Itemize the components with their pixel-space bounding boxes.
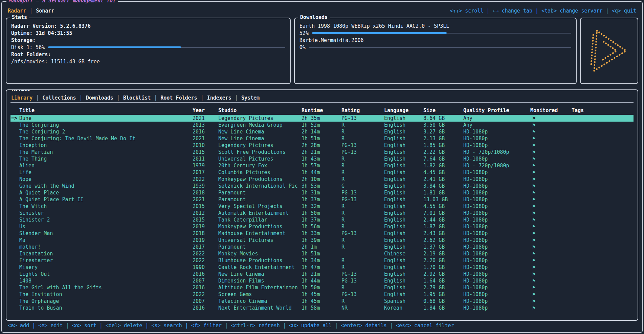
downloads-panel-title: Downloads bbox=[298, 14, 330, 20]
movie-runtime: 1h 52m bbox=[302, 122, 341, 128]
movie-rating: PG-13 bbox=[341, 278, 384, 284]
movie-row[interactable]: The Witch 2015 Very Special Projects 1h … bbox=[10, 203, 634, 210]
servarr-row: Radarr│Sonarr <↑↓> scroll | ←→ change ta… bbox=[6, 6, 638, 15]
movie-row[interactable]: 1408 2007 Dimension Films 1h 44m PG-13 E… bbox=[10, 277, 634, 284]
movie-rating: PG-13 bbox=[341, 142, 384, 148]
tab-separator: │ bbox=[80, 95, 83, 101]
movie-studio: Madhouse Entertainment bbox=[218, 230, 302, 236]
movie-studio: Legendary Pictures bbox=[218, 142, 302, 148]
movie-row[interactable]: The Thing 2011 Universal Pictures 1h 43m… bbox=[10, 155, 634, 162]
movie-row[interactable]: Train to Busan 2016 Next Entertainment W… bbox=[10, 305, 634, 311]
movie-runtime: 1h 33m bbox=[302, 230, 341, 236]
movie-rating: R bbox=[341, 156, 384, 162]
monitored-flag-icon: ⚑ bbox=[530, 169, 572, 175]
movie-row[interactable]: The Invitation 2022 Screen Gems 1h 45m P… bbox=[10, 291, 634, 298]
movie-size: 2.62 GB bbox=[423, 237, 463, 243]
movie-size: 1.85 GB bbox=[423, 142, 463, 148]
movie-runtime: 2h 35m bbox=[302, 115, 341, 121]
movie-language: Chinese bbox=[384, 251, 423, 257]
monitored-flag-icon: ⚑ bbox=[530, 203, 572, 209]
movie-language: English bbox=[384, 142, 423, 148]
movie-quality-profile: HD-1080p bbox=[463, 217, 530, 223]
movie-studio: Columbia Pictures bbox=[218, 169, 302, 175]
movie-title: Inception bbox=[19, 142, 193, 148]
movie-row[interactable]: The Martian 2015 Scott Free Productions … bbox=[10, 149, 634, 155]
selection-arrow: => bbox=[10, 115, 19, 121]
movie-title: Incantation bbox=[19, 251, 193, 257]
movie-quality-profile: HD-1080p bbox=[463, 230, 530, 236]
movie-language: English bbox=[384, 278, 423, 284]
movie-row[interactable]: Inception 2010 Legendary Pictures 2h 28m… bbox=[10, 142, 634, 149]
monitored-flag-icon: ⚑ bbox=[530, 163, 572, 169]
movie-row[interactable]: Sinister 2012 Automatik Entertainment 1h… bbox=[10, 210, 634, 216]
tab-collections[interactable]: Collections bbox=[39, 95, 79, 101]
movie-row[interactable]: Incantation 2022 Monkey Movies 1h 51m Ch… bbox=[10, 250, 634, 257]
tab-sonarr[interactable]: Sonarr bbox=[32, 8, 58, 14]
movie-row[interactable]: Nope 2022 Monkeypaw Productions 2h 10m R… bbox=[10, 176, 634, 183]
movie-quality-profile: HD-1080p bbox=[463, 210, 530, 216]
tab-root-folders[interactable]: Root Folders bbox=[157, 95, 200, 101]
tab-system[interactable]: System bbox=[238, 95, 263, 101]
monitored-flag-icon: ⚑ bbox=[530, 251, 572, 257]
movie-row[interactable]: => Dune 2021 Legendary Pictures 2h 35m P… bbox=[10, 115, 634, 122]
movie-row[interactable]: A Quiet Place Part II 2021 Paramount 1h … bbox=[10, 196, 634, 203]
movie-title: The Orphanage bbox=[19, 298, 193, 304]
movie-rating: R bbox=[341, 129, 384, 135]
movie-row[interactable]: Misery 1990 Castle Rock Entertainment 1h… bbox=[10, 264, 634, 271]
movie-size: 0.68 GB bbox=[423, 298, 463, 304]
movie-studio: Screen Gems bbox=[218, 291, 302, 297]
tab-radarr[interactable]: Radarr bbox=[7, 8, 29, 14]
tab-blocklist[interactable]: Blocklist bbox=[120, 95, 154, 101]
movie-language: English bbox=[384, 264, 423, 270]
movie-row[interactable]: The Conjuring: The Devil Made Me Do It 2… bbox=[10, 135, 634, 142]
movie-year: 2011 bbox=[193, 156, 218, 162]
movie-language: English bbox=[384, 149, 423, 155]
movie-row[interactable]: The Conjuring 2 2016 New Line Cinema 2h … bbox=[10, 128, 634, 135]
movie-year: 2022 bbox=[193, 291, 218, 297]
movie-studio: Next Entertainment World bbox=[218, 305, 302, 311]
movie-row[interactable]: The Girl with All the Gifts 2016 Altitud… bbox=[10, 284, 634, 291]
movie-quality-profile: Any bbox=[463, 115, 530, 121]
movie-year: 2016 bbox=[193, 129, 218, 135]
movie-size: 1.64 GB bbox=[423, 278, 463, 284]
movie-language: English bbox=[384, 257, 423, 264]
movie-studio: Monkeypaw Productions bbox=[218, 224, 302, 230]
movie-table-header: Title Year Studio Runtime Rating Languag… bbox=[10, 106, 634, 115]
movie-row[interactable]: The Orphanage 2007 Telecinco Cinema 1h 4… bbox=[10, 298, 634, 305]
movie-row[interactable]: Alien 1979 20th Century Fox 1h 57m R Eng… bbox=[10, 162, 634, 169]
movie-runtime: 1h 32m bbox=[302, 203, 341, 209]
tab-library[interactable]: Library bbox=[10, 95, 36, 101]
movie-language: English bbox=[384, 230, 423, 236]
movie-year: 2016 bbox=[193, 271, 218, 277]
movie-row[interactable]: Firestarter 2022 Blumhouse Productions 1… bbox=[10, 257, 634, 264]
movie-runtime: 1h 57m bbox=[302, 163, 341, 169]
movie-size: 1.70 GB bbox=[423, 264, 463, 270]
monitored-flag-icon: ⚑ bbox=[530, 305, 572, 311]
movie-row[interactable]: The Conjuring 2013 Evergreen Media Group… bbox=[10, 122, 634, 128]
movie-title: Gone with the Wind bbox=[19, 183, 193, 189]
movie-size: 3.84 GB bbox=[423, 183, 463, 189]
movie-title: 1408 bbox=[19, 278, 193, 284]
movie-row[interactable]: Gone with the Wind 1939 Selznick Interna… bbox=[10, 183, 634, 189]
movie-row[interactable]: Slender Man 2018 Madhouse Entertainment … bbox=[10, 230, 634, 237]
tab-indexers[interactable]: Indexers bbox=[204, 95, 235, 101]
movie-row[interactable]: Us 2019 Monkeypaw Productions 1h 56m R E… bbox=[10, 223, 634, 230]
movie-year: 2019 bbox=[193, 224, 218, 230]
movie-rating: R bbox=[341, 122, 384, 128]
movie-row[interactable]: Life 2017 Columbia Pictures 1h 44m R Eng… bbox=[10, 169, 634, 176]
movie-row[interactable]: Lights Out 2016 New Line Cinema 1h 21m P… bbox=[10, 271, 634, 277]
logo-panel bbox=[580, 18, 638, 84]
monitored-flag-icon: ⚑ bbox=[530, 244, 572, 250]
radarr-version: Radarr Version: 5.2.6.8376 bbox=[11, 22, 285, 29]
movie-runtime: 1h 45m bbox=[302, 298, 341, 304]
movie-size: 2.92 GB bbox=[423, 271, 463, 277]
movie-row[interactable]: Ma 2019 Universal Pictures 1h 39m R Engl… bbox=[10, 237, 634, 244]
tab-downloads[interactable]: Downloads bbox=[83, 95, 117, 101]
movie-row[interactable]: A Quiet Place 2018 Paramount 1h 31m PG-1… bbox=[10, 189, 634, 196]
movie-row[interactable]: mother! 2017 Paramount 2h 1m R English 1… bbox=[10, 244, 634, 250]
movie-size: 4.45 GB bbox=[423, 169, 463, 175]
movie-quality-profile: HD-1080p bbox=[463, 298, 530, 304]
movie-year: 2019 bbox=[193, 237, 218, 243]
movie-row[interactable]: Sinister 2 2015 Tank Caterpillar 1h 37m … bbox=[10, 216, 634, 223]
monitored-flag-icon: ⚑ bbox=[530, 217, 572, 223]
